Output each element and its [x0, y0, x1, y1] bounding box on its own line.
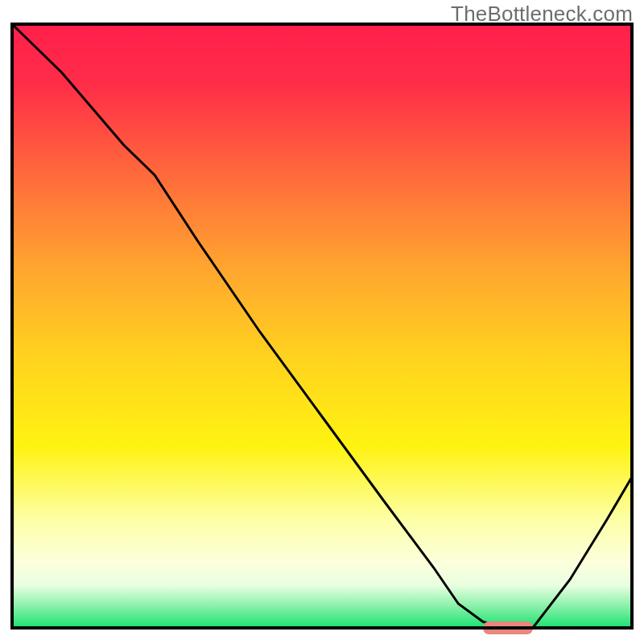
- plot-frame: [0, 0, 644, 644]
- watermark-text: TheBottleneck.com: [451, 2, 633, 27]
- svg-rect-1: [12, 24, 632, 628]
- chart-container: TheBottleneck.com: [0, 0, 644, 644]
